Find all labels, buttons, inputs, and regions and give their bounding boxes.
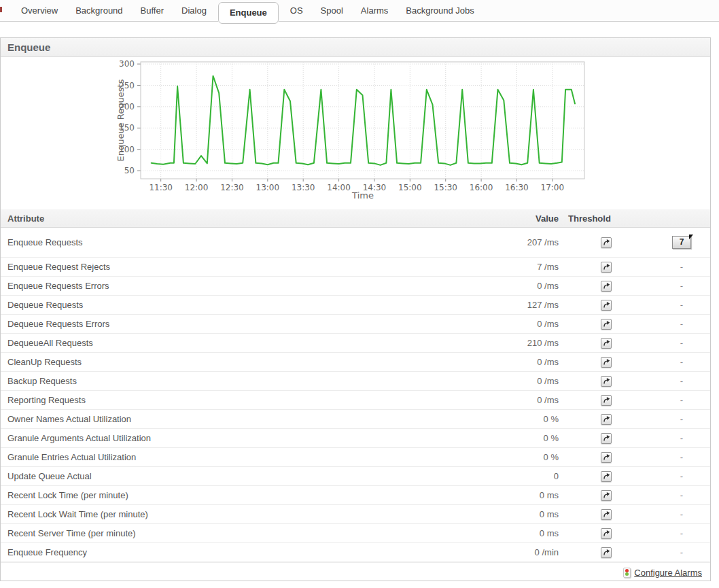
x-tick-label: 13:30 (292, 183, 315, 192)
configure-alarms-link[interactable]: Configure Alarms (634, 568, 702, 578)
table-header: Attribute Value Threshold (1, 209, 710, 228)
alarm-count-button[interactable]: 7 (672, 236, 691, 249)
alarm-dash: - (654, 433, 709, 443)
x-tick-label: 16:30 (505, 183, 529, 192)
y-tick-label: 300 (119, 59, 135, 69)
table-row: Recent Lock Wait Time (per minute)0 ms- (1, 505, 710, 524)
attribute-label: Enqueue Requests (1, 237, 436, 247)
attribute-label: Granule Entries Actual Utilization (1, 452, 436, 462)
tab-bar: OverviewBackgroundBufferDialogEnqueueOSS… (0, 0, 719, 22)
table-row: Dequeue Requests127 /ms- (1, 296, 710, 315)
alarm-dash: - (654, 395, 709, 405)
table-row: Dequeue Requests Errors0 /ms- (1, 315, 710, 334)
attribute-label: Enqueue Frequency (1, 547, 436, 557)
x-tick-label: 17:00 (541, 183, 565, 192)
table-row: Reporting Requests0 /ms- (1, 391, 710, 410)
alarm-dash: - (654, 338, 709, 348)
alarm-dash: - (654, 490, 709, 500)
tab-background-jobs[interactable]: Background Jobs (397, 0, 483, 22)
edit-threshold-icon[interactable] (601, 262, 612, 273)
attribute-label: Granule Arguments Actual Utilization (1, 433, 436, 443)
attribute-label: Recent Lock Wait Time (per minute) (1, 509, 436, 519)
alarm-dash: - (654, 281, 709, 291)
tab-alarms[interactable]: Alarms (352, 0, 397, 22)
enqueue-requests-chart: 5010015020025030011:3012:0012:3013:0013:… (1, 57, 709, 209)
edit-threshold-icon[interactable] (601, 395, 612, 406)
section-title: Enqueue (1, 38, 710, 57)
tab-spool[interactable]: Spool (312, 0, 352, 22)
x-tick-label: 13:00 (256, 183, 280, 192)
attribute-value: 0 /ms (436, 319, 559, 329)
edit-threshold-icon[interactable] (601, 509, 612, 520)
x-tick-label: 15:30 (434, 183, 457, 192)
table-row: Recent Lock Time (per minute)0 ms- (1, 486, 710, 505)
tab-enqueue[interactable]: Enqueue (218, 2, 279, 24)
tab-background[interactable]: Background (67, 0, 131, 22)
traffic-light-icon (623, 568, 631, 578)
edit-threshold-icon[interactable] (601, 281, 612, 292)
attribute-value: 0 (436, 471, 559, 481)
edit-threshold-icon[interactable] (601, 433, 612, 444)
alarm-dash: - (654, 452, 709, 462)
table-row: CleanUp Requests0 /ms- (1, 353, 710, 372)
edit-threshold-icon[interactable] (601, 452, 612, 463)
alarm-dash: - (654, 547, 709, 557)
alarm-dash: - (654, 471, 709, 481)
alarm-flag-icon (689, 235, 693, 239)
attribute-value: 7 /ms (436, 262, 559, 272)
attribute-value: 0 ms (436, 490, 559, 500)
table-row: Recent Server Time (per minute)0 ms- (1, 524, 710, 543)
edit-threshold-icon[interactable] (601, 490, 612, 501)
attribute-label: CleanUp Requests (1, 357, 436, 367)
y-axis-title: Enqueue Requests (116, 80, 126, 162)
edit-threshold-icon[interactable] (601, 237, 612, 248)
attribute-value: 0 /min (436, 547, 559, 557)
alarm-dash: - (654, 319, 709, 329)
screen-edge-artifact (0, 7, 2, 12)
attribute-label: Reporting Requests (1, 395, 436, 405)
tab-dialog[interactable]: Dialog (173, 0, 215, 22)
edit-threshold-icon[interactable] (601, 300, 612, 311)
table-row: Enqueue Requests Errors0 /ms- (1, 277, 710, 296)
table-row: Granule Entries Actual Utilization0 %- (1, 448, 710, 467)
tab-os[interactable]: OS (281, 0, 312, 22)
attribute-value: 127 /ms (436, 300, 559, 310)
attribute-value: 0 ms (436, 528, 559, 538)
edit-threshold-icon[interactable] (601, 319, 612, 330)
edit-threshold-icon[interactable] (601, 528, 612, 539)
edit-threshold-icon[interactable] (601, 338, 612, 349)
attribute-value: 0 % (436, 433, 559, 443)
alarm-dash: - (654, 414, 709, 424)
enqueue-panel: Enqueue 5010015020025030011:3012:0012:30… (0, 37, 711, 581)
table-row: DequeueAll Requests210 /ms- (1, 334, 710, 353)
alarm-dash: - (654, 509, 709, 519)
x-tick-label: 11:30 (149, 183, 173, 192)
attribute-label: Update Queue Actual (1, 471, 436, 481)
attribute-label: Recent Server Time (per minute) (1, 528, 436, 538)
edit-threshold-icon[interactable] (601, 357, 612, 368)
table-row: Enqueue Frequency0 /min- (1, 543, 710, 562)
alarm-dash: - (654, 376, 709, 386)
table-footer: Configure Alarms (1, 562, 710, 582)
attribute-value: 0 /ms (436, 395, 559, 405)
chart-line-series (152, 76, 575, 165)
attribute-value: 0 % (436, 452, 559, 462)
table-row: Owner Names Actual Utilization0 %- (1, 410, 710, 429)
chart-region: 5010015020025030011:3012:0012:3013:0013:… (1, 57, 709, 209)
edit-threshold-icon[interactable] (601, 471, 612, 482)
attribute-value: 0 ms (436, 509, 559, 519)
attribute-label: Enqueue Request Rejects (1, 262, 436, 272)
attribute-label: Recent Lock Time (per minute) (1, 490, 436, 500)
tab-buffer[interactable]: Buffer (132, 0, 173, 22)
tab-overview[interactable]: Overview (12, 0, 67, 22)
edit-threshold-icon[interactable] (601, 376, 612, 387)
attribute-value: 207 /ms (436, 237, 559, 247)
edit-threshold-icon[interactable] (601, 414, 612, 425)
header-threshold: Threshold (559, 213, 654, 224)
x-tick-label: 12:00 (185, 183, 209, 192)
alarm-dash: - (654, 357, 709, 367)
edit-threshold-icon[interactable] (601, 547, 612, 558)
header-value: Value (436, 213, 559, 224)
alarm-dash: - (654, 262, 709, 272)
x-tick-label: 14:00 (327, 183, 351, 192)
